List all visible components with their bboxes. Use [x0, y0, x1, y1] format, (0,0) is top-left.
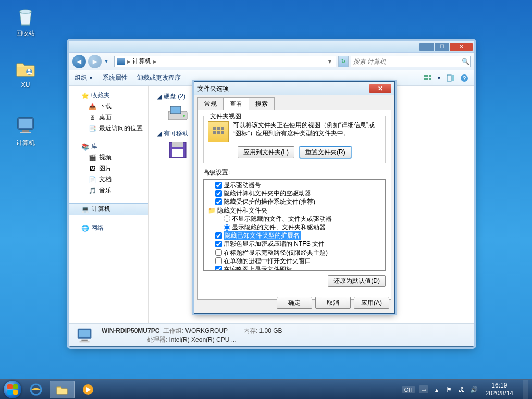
sidebar-desktop[interactable]: 🖥桌面	[69, 112, 148, 123]
taskbar-ie[interactable]	[23, 381, 48, 398]
address-dropdown[interactable]: ▾	[326, 58, 333, 65]
tab-search[interactable]: 搜索	[249, 97, 275, 110]
svg-rect-5	[22, 130, 29, 132]
folder-icon	[15, 57, 36, 79]
folder-xu-label: XU	[7, 81, 44, 89]
sidebar: ⭐收藏夹 📥下载 🖥桌面 📑最近访问的位置 📚库 🎬视频 🖼图片 📄文档 🎵音乐…	[69, 86, 149, 323]
tree-hide-protected-os[interactable]: 隐藏受保护的操作系统文件(推荐)	[205, 197, 384, 206]
address-bar[interactable]: ▸ 计算机 ▸ ▾	[114, 56, 336, 67]
folder-xu[interactable]: XU	[7, 57, 44, 89]
svg-rect-26	[80, 341, 90, 342]
downloads-icon: 📥	[88, 103, 96, 111]
clock-date: 2020/8/14	[486, 390, 513, 397]
ok-button[interactable]: 确定	[277, 297, 312, 309]
svg-rect-24	[79, 330, 90, 336]
refresh-button[interactable]: ↻	[338, 56, 349, 67]
tree-show-drive-letters[interactable]: 显示驱动器号	[205, 181, 384, 189]
maximize-button[interactable]: ☐	[435, 43, 449, 51]
svg-rect-27	[213, 127, 216, 130]
toolbar-organize[interactable]: 组织 ▼	[75, 73, 93, 82]
tree-full-path-title[interactable]: 在标题栏显示完整路径(仅限经典主题)	[205, 248, 384, 257]
toolbar-system-properties[interactable]: 系统属性	[103, 73, 128, 82]
sidebar-videos[interactable]: 🎬视频	[69, 152, 148, 163]
help-button[interactable]: ?	[460, 74, 468, 82]
tray-overflow-icon[interactable]: ▴	[432, 385, 441, 394]
nav-forward-button[interactable]: ►	[88, 55, 102, 68]
sidebar-documents[interactable]: 📄文档	[69, 174, 148, 185]
sidebar-downloads[interactable]: 📥下载	[69, 101, 148, 112]
tree-color-ntfs[interactable]: 用彩色显示加密或压缩的 NTFS 文件	[205, 240, 384, 248]
nav-back-button[interactable]: ◄	[72, 55, 86, 68]
folder-view-icon	[208, 121, 229, 142]
sidebar-music[interactable]: 🎵音乐	[69, 185, 148, 196]
language-indicator[interactable]: CH	[402, 386, 415, 393]
tree-hide-empty-drives[interactable]: 隐藏计算机文件夹中的空驱动器	[205, 189, 384, 197]
search-box[interactable]: 🔍	[351, 56, 471, 67]
tree-hide-extensions[interactable]: 隐藏已知文件类型的扩展名	[205, 231, 384, 240]
svg-rect-28	[217, 127, 220, 130]
tab-view[interactable]: 查看	[223, 97, 249, 110]
sidebar-network[interactable]: 🌐网络	[69, 222, 148, 233]
desktop-computer[interactable]: 计算机	[7, 115, 44, 147]
start-button[interactable]	[2, 380, 23, 400]
close-button[interactable]: ✕	[450, 43, 473, 51]
computer-small-icon: 💻	[81, 205, 89, 214]
sidebar-favorites[interactable]: ⭐收藏夹	[69, 90, 148, 101]
tree-separate-process[interactable]: 在单独的进程中打开文件夹窗口	[205, 257, 384, 265]
floppy-icon	[167, 141, 188, 159]
show-desktop-button[interactable]	[523, 380, 528, 400]
toolbar-uninstall[interactable]: 卸载或更改程序	[137, 73, 181, 82]
details-pane: WIN-RDIP50MU7PC 工作组: WORKGROUP 内存: 1.00 …	[69, 323, 474, 346]
sidebar-pictures[interactable]: 🖼图片	[69, 163, 148, 174]
svg-rect-29	[221, 127, 224, 130]
sidebar-libraries[interactable]: 📚库	[69, 141, 148, 152]
view-mode-button[interactable]	[423, 74, 431, 82]
tree-hidden-files-folder[interactable]: 📁隐藏文件和文件夹	[205, 206, 384, 215]
taskbar-media-player[interactable]	[76, 381, 101, 398]
breadcrumb-computer[interactable]: 计算机	[132, 57, 151, 66]
reset-folders-button[interactable]: 重置文件夹(R)	[300, 146, 351, 158]
window-titlebar: — ☐ ✕	[69, 41, 474, 53]
tab-general[interactable]: 常规	[197, 97, 224, 110]
dialog-titlebar[interactable]: 文件夹选项 ✕	[194, 82, 394, 95]
recycle-bin-icon	[15, 5, 36, 27]
tree-show-hidden[interactable]: 显示隐藏的文件、文件夹和驱动器	[205, 223, 384, 231]
svg-rect-10	[424, 78, 426, 80]
preview-pane-button[interactable]	[447, 74, 455, 82]
dialog-close-button[interactable]: ✕	[369, 84, 391, 93]
cancel-button[interactable]: 取消	[315, 297, 351, 309]
search-icon[interactable]: 🔍	[461, 58, 470, 65]
advanced-settings-tree[interactable]: 显示驱动器号 隐藏计算机文件夹中的空驱动器 隐藏受保护的操作系统文件(推荐) 📁…	[203, 179, 386, 271]
sidebar-recent[interactable]: 📑最近访问的位置	[69, 123, 148, 134]
minimize-button[interactable]: —	[419, 43, 434, 51]
apply-button[interactable]: 应用(A)	[354, 297, 389, 309]
apply-to-folders-button[interactable]: 应用到文件夹(L)	[238, 146, 294, 158]
drive-icon	[167, 104, 188, 122]
svg-rect-7	[424, 75, 426, 77]
sidebar-computer[interactable]: 💻计算机	[69, 203, 148, 215]
tree-dont-show-hidden[interactable]: 不显示隐藏的文件、文件夹或驱动器	[205, 215, 384, 223]
restore-defaults-button[interactable]: 还原为默认值(D)	[328, 275, 386, 287]
recycle-bin[interactable]: 回收站	[7, 5, 44, 38]
star-icon: ⭐	[81, 92, 89, 100]
volume-icon[interactable]: 🔊	[470, 385, 478, 394]
taskbar-explorer[interactable]	[50, 381, 75, 398]
view-mode-dropdown[interactable]: ▼	[437, 76, 441, 81]
svg-rect-4	[19, 119, 32, 128]
ime-indicator[interactable]: ▭	[419, 385, 428, 393]
nav-history-dropdown[interactable]: ▼	[104, 58, 109, 64]
clock-time: 16:19	[486, 382, 513, 389]
svg-rect-22	[172, 149, 183, 157]
tree-thumbnail-icons[interactable]: 在缩略图上显示文件图标	[205, 265, 384, 271]
recycle-bin-label: 回收站	[7, 29, 44, 38]
clock[interactable]: 16:19 2020/8/14	[482, 382, 516, 397]
status-computer-icon	[76, 327, 95, 344]
search-input[interactable]	[351, 58, 461, 65]
folder-options-dialog: 文件夹选项 ✕ 常规 查看 搜索 文件夹视图 可以将该文件夹正在使用的视图（例如…	[194, 81, 395, 314]
network-tray-icon[interactable]: 🖧	[457, 385, 466, 394]
tab-content: 文件夹视图 可以将该文件夹正在使用的视图（例如“详细信息”或“图标”）应用到所有…	[197, 110, 391, 300]
computer-mini-icon	[117, 58, 125, 65]
action-center-icon[interactable]: ⚑	[445, 385, 453, 394]
computer-icon	[15, 115, 36, 136]
dialog-title-text: 文件夹选项	[197, 84, 229, 93]
